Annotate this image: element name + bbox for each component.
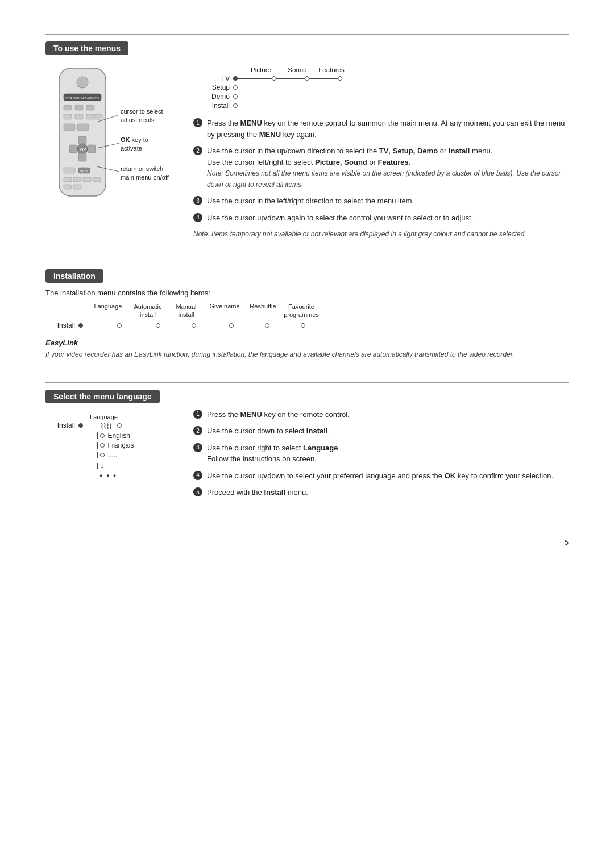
- dot-lang-language: [117, 423, 122, 428]
- step-1: 1 Press the MENU key on the remote contr…: [193, 118, 569, 140]
- lang-item-dots-row: .....: [97, 451, 176, 459]
- svg-rect-14: [69, 145, 77, 153]
- lang-item-francais-row: Français: [97, 441, 176, 449]
- select-language-header: Select the menu language: [45, 390, 160, 403]
- dot-lang-start: [78, 423, 83, 428]
- menu-row-setup: Setup: [193, 84, 569, 91]
- svg-rect-11: [64, 124, 75, 131]
- dot-dots: [100, 453, 105, 457]
- language-diagram-area: Language Install ⌇⌇⌇⌇: [45, 409, 176, 504]
- svg-rect-27: [73, 185, 81, 189]
- install-row-label: Install: [45, 322, 78, 329]
- step-3: 3 Use the cursor in the left/right direc…: [193, 195, 569, 207]
- lang-step-1: 1 Press the MENU key on the remote contr…: [193, 409, 569, 420]
- dot-install-start: [78, 323, 83, 328]
- install-col-language: Language: [88, 303, 128, 319]
- menu-label-setup: Setup: [193, 84, 233, 91]
- lang-item-francais: Français: [108, 441, 134, 449]
- hline-install-4: [196, 325, 229, 326]
- svg-rect-12: [77, 124, 89, 131]
- installation-intro: The installation menu contains the follo…: [45, 289, 569, 297]
- svg-rect-5: [75, 105, 83, 110]
- lang-install-label: Install: [45, 422, 78, 429]
- step-1-text: Press the MENU key on the remote control…: [207, 118, 569, 140]
- lang-step-1-text: Press the MENU key on the remote control…: [207, 409, 350, 420]
- dot-install-4: [229, 323, 234, 328]
- svg-point-1: [77, 77, 88, 88]
- lang-step-5-num: 5: [193, 487, 202, 496]
- col-label-picture: Picture: [242, 66, 280, 73]
- svg-rect-13: [78, 136, 86, 144]
- lang-step-3: 3 Use the cursor right to select Languag…: [193, 443, 569, 465]
- step-1-num: 1: [193, 118, 202, 127]
- select-language-steps: 1 Press the MENU key on the remote contr…: [193, 409, 569, 504]
- lang-step-5: 5 Proceed with the Install menu.: [193, 487, 569, 498]
- step-3-num: 3: [193, 196, 202, 205]
- dot-install-6: [301, 323, 305, 328]
- install-row: Install: [45, 322, 569, 329]
- callout-return: return or switchmain menu on/off: [121, 165, 169, 182]
- hline-tv-1: [238, 78, 272, 79]
- step-4: 4 Use the cursor up/down again to select…: [193, 212, 569, 224]
- install-col-reshuffle: Reshuffle: [244, 303, 281, 319]
- lang-step-5-text: Proceed with the Install menu.: [207, 487, 308, 498]
- callout-ok: OK key toactivate: [121, 136, 148, 153]
- svg-rect-6: [86, 105, 94, 110]
- vline-arrow: [97, 463, 98, 469]
- page-number: 5: [45, 538, 569, 546]
- lang-install-row: Install ⌇⌇⌇⌇: [45, 422, 176, 429]
- down-arrow-icon: ↓: [100, 460, 105, 470]
- callout-cursor: cursor to selectadjustments: [121, 107, 163, 125]
- svg-rect-4: [64, 105, 72, 110]
- hline-tv-2: [276, 78, 305, 79]
- menu-row-install: Install: [193, 102, 569, 110]
- final-note: Note: Items temporary not available or n…: [193, 229, 569, 239]
- lang-item-arrow-row: ↓: [97, 461, 176, 471]
- svg-rect-24: [83, 177, 91, 182]
- easylink-block: EasyLink If your video recorder has an E…: [45, 339, 569, 360]
- hline-install-6: [269, 325, 301, 326]
- dot-install-1: [117, 323, 122, 328]
- lang-step-2-num: 2: [193, 426, 202, 435]
- lang-item-more: ● ● ●: [99, 473, 176, 478]
- lang-item-english: English: [108, 432, 130, 440]
- svg-rect-25: [93, 177, 101, 182]
- hline-tv-3: [309, 78, 338, 79]
- menu-col-labels: Picture Sound Features: [242, 66, 569, 73]
- dot-install-2: [156, 323, 160, 328]
- svg-rect-19: [64, 168, 75, 173]
- remote-illustration-area: VCR DVD SAT AMP CD: [45, 61, 176, 239]
- hline-lang-1: [83, 425, 100, 426]
- install-col-auto: Automaticinstall: [128, 303, 168, 319]
- dot-tv-sound: [305, 76, 309, 81]
- dot-francais: [100, 443, 105, 448]
- menu-label-tv: TV: [193, 74, 233, 82]
- svg-text:MENU: MENU: [80, 169, 90, 173]
- menu-row-tv: TV: [193, 74, 569, 82]
- svg-rect-8: [75, 114, 83, 119]
- dot-tv-start: [233, 76, 238, 81]
- menu-label-install: Install: [193, 102, 233, 110]
- dot-install: [233, 103, 238, 108]
- step-2: 2 Use the cursor in the up/down directio…: [193, 145, 569, 190]
- svg-rect-10: [94, 114, 102, 119]
- step-4-num: 4: [193, 213, 202, 222]
- lang-steps-list: 1 Press the MENU key on the remote contr…: [193, 409, 569, 498]
- use-menus-steps: 1 Press the MENU key on the remote contr…: [193, 118, 569, 223]
- lang-step-4: 4 Use the cursor up/down to select your …: [193, 470, 569, 482]
- lang-step-4-text: Use the cursor up/down to select your pr…: [207, 470, 553, 482]
- step-4-text: Use the cursor up/down again to select t…: [207, 212, 473, 224]
- easylink-title: EasyLink: [45, 339, 569, 347]
- vline-dots: [97, 452, 98, 458]
- install-col-manual: Manualinstall: [168, 303, 205, 319]
- svg-rect-18: [78, 153, 86, 161]
- lang-step-3-text: Use the cursor right to select Language.…: [207, 443, 340, 465]
- lang-diagram: Language Install ⌇⌇⌇⌇: [45, 414, 176, 478]
- remote-with-callouts: VCR DVD SAT AMP CD: [45, 61, 171, 203]
- svg-text:VCR DVD SAT AMP CD: VCR DVD SAT AMP CD: [65, 97, 99, 100]
- svg-rect-23: [73, 177, 81, 182]
- installation-header: Installation: [45, 269, 103, 283]
- lang-col-label: Language: [90, 414, 176, 420]
- vline-francais: [97, 442, 98, 449]
- use-menus-header: To use the menus: [45, 41, 128, 55]
